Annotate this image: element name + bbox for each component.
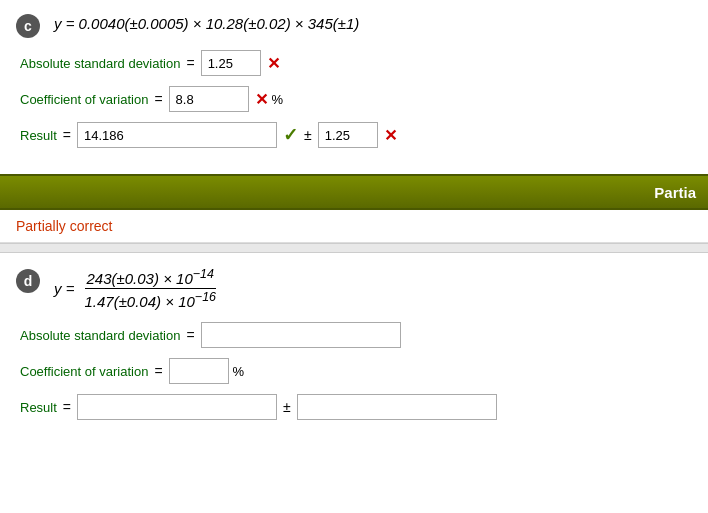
formula-d-num-exp: −14 xyxy=(193,267,214,281)
formula-c: y = 0.0040(±0.0005) × 10.28(±0.02) × 345… xyxy=(54,12,359,36)
result-bar: Partia xyxy=(0,174,708,210)
result-pm-input-c[interactable] xyxy=(318,122,378,148)
formula-d-den-exp: −16 xyxy=(195,290,216,304)
absolute-input-c[interactable] xyxy=(201,50,261,76)
variation-row-c: Coefficient of variation = ✕ % xyxy=(20,86,692,112)
result-pm-input-d[interactable] xyxy=(297,394,497,420)
plus-minus-c: ± xyxy=(304,127,312,143)
clear-variation-c[interactable]: ✕ xyxy=(255,90,268,109)
equals-4: = xyxy=(186,327,194,343)
formula-d-y: y = xyxy=(54,280,74,297)
result-label-d: Result xyxy=(20,400,57,415)
equals-5: = xyxy=(154,363,162,379)
absolute-label-c: Absolute standard deviation xyxy=(20,56,180,71)
formula-d: y = 243(±0.03) × 10−14 1.47(±0.04) × 10−… xyxy=(54,267,220,310)
result-row-d: Result = ± xyxy=(20,394,692,420)
clear-result-c[interactable]: ✕ xyxy=(384,126,397,145)
variation-input-d[interactable] xyxy=(169,358,229,384)
variation-input-c[interactable] xyxy=(169,86,249,112)
formula-c-text: y = 0.0040(±0.0005) × 10.28(±0.02) × 345… xyxy=(54,15,359,32)
percent-c: % xyxy=(272,92,284,107)
result-label-c: Result xyxy=(20,128,57,143)
equals-2: = xyxy=(154,91,162,107)
badge-c: c xyxy=(16,14,40,38)
variation-row-d: Coefficient of variation = % xyxy=(20,358,692,384)
plus-minus-d: ± xyxy=(283,399,291,415)
result-input-d[interactable] xyxy=(77,394,277,420)
badge-d: d xyxy=(16,269,40,293)
partial-correct-banner: Partially correct xyxy=(0,210,708,243)
absolute-label-d: Absolute standard deviation xyxy=(20,328,180,343)
equals-1: = xyxy=(186,55,194,71)
section-divider xyxy=(0,243,708,253)
result-input-c[interactable] xyxy=(77,122,277,148)
section-c-header: c y = 0.0040(±0.0005) × 10.28(±0.02) × 3… xyxy=(16,12,692,38)
result-row-c: Result = ✓ ± ✕ xyxy=(20,122,692,148)
clear-absolute-c[interactable]: ✕ xyxy=(267,54,280,73)
section-d-header: d y = 243(±0.03) × 10−14 1.47(±0.04) × 1… xyxy=(16,267,692,310)
equals-3: = xyxy=(63,127,71,143)
result-bar-text: Partia xyxy=(654,184,696,201)
section-d: d y = 243(±0.03) × 10−14 1.47(±0.04) × 1… xyxy=(0,253,708,446)
check-result-c: ✓ xyxy=(283,124,298,146)
absolute-deviation-row-c: Absolute standard deviation = ✕ xyxy=(20,50,692,76)
equals-6: = xyxy=(63,399,71,415)
partial-text: Partially correct xyxy=(16,218,112,234)
variation-label-c: Coefficient of variation xyxy=(20,92,148,107)
section-c: c y = 0.0040(±0.0005) × 10.28(±0.02) × 3… xyxy=(0,0,708,174)
formula-d-denominator: 1.47(±0.04) × 10−16 xyxy=(82,289,218,310)
formula-d-fraction: 243(±0.03) × 10−14 1.47(±0.04) × 10−16 xyxy=(82,267,218,310)
formula-d-numerator: 243(±0.03) × 10−14 xyxy=(85,267,216,289)
percent-d: % xyxy=(233,364,245,379)
absolute-input-d[interactable] xyxy=(201,322,401,348)
absolute-deviation-row-d: Absolute standard deviation = xyxy=(20,322,692,348)
variation-label-d: Coefficient of variation xyxy=(20,364,148,379)
